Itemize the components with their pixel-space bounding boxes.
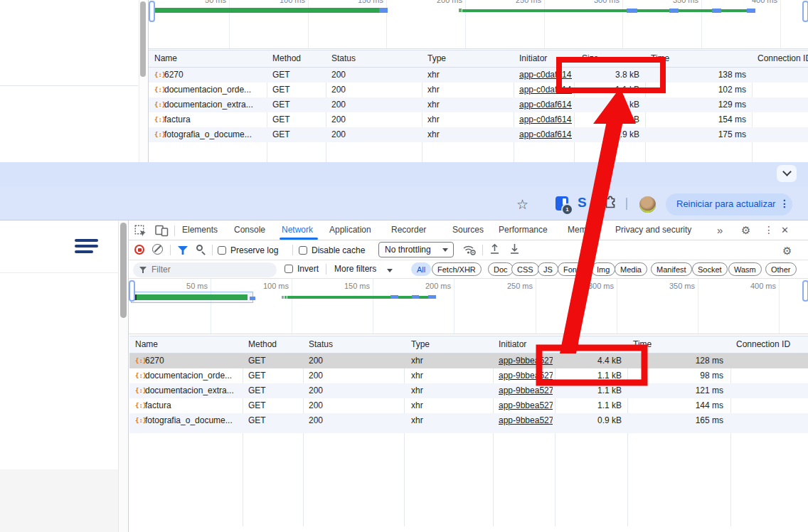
timeline-tick: 400 ms <box>728 0 777 4</box>
network-request-row[interactable]: {:} documentacion_extra... GET 200 xhr a… <box>129 383 808 398</box>
column-header-time[interactable]: Time <box>651 53 669 63</box>
hamburger-menu-icon[interactable] <box>75 239 99 254</box>
tab-network[interactable]: Network <box>282 220 313 240</box>
network-request-row[interactable]: {:} fotografia_o_docume... GET 200 xhr a… <box>149 127 808 142</box>
waterfall-bar <box>155 8 379 13</box>
column-header-size[interactable]: Size <box>582 53 598 63</box>
network-request-row-selected[interactable]: {:} 6270 GET 200 xhr app-9bbea527 4.4 kB… <box>129 353 808 368</box>
preserve-log-label[interactable]: Preserve log <box>230 245 278 255</box>
devtools-settings-gear-icon[interactable]: ⚙ <box>741 220 750 240</box>
record-network-log-button[interactable] <box>134 245 144 255</box>
network-request-row[interactable]: {:} fotografia_o_docume... GET 200 xhr a… <box>129 413 808 428</box>
s-extension-icon[interactable]: S <box>578 195 587 211</box>
column-header-status[interactable]: Status <box>331 53 356 63</box>
overview-handle-left[interactable] <box>129 280 135 302</box>
preserve-log-checkbox[interactable] <box>218 246 226 255</box>
page-scrollbar-thumb[interactable] <box>120 223 127 318</box>
devtools-menu-icon[interactable]: ⋮ <box>764 220 774 240</box>
column-header-initiator[interactable]: Initiator <box>499 339 526 349</box>
column-header-initiator[interactable]: Initiator <box>519 53 547 63</box>
column-header-connection-id[interactable]: Connection ID <box>736 339 790 349</box>
invert-checkbox[interactable] <box>285 265 293 273</box>
update-chrome-button[interactable]: Reiniciar para actualizar ⋮ <box>666 193 792 216</box>
tab-elements[interactable]: Elements <box>182 220 218 240</box>
overview-handle-right[interactable] <box>802 280 808 302</box>
column-header-method[interactable]: Method <box>248 339 277 349</box>
network-conditions-icon[interactable] <box>462 244 477 255</box>
tab-privacy-security[interactable]: Privacy and security <box>615 220 691 240</box>
tab-console[interactable]: Console <box>234 220 265 240</box>
filter-pill-media[interactable]: Media <box>615 262 647 276</box>
filter-pill-wasm[interactable]: Wasm <box>728 262 762 276</box>
filter-input[interactable] <box>133 262 277 277</box>
column-header-size[interactable]: Size <box>562 339 578 349</box>
column-header-type[interactable]: Type <box>427 53 446 63</box>
network-request-row[interactable]: {:} factura GET 200 xhr app-9bbea527 1.1… <box>129 398 808 413</box>
network-settings-gear-icon[interactable]: ⚙ <box>782 245 792 257</box>
column-header-type[interactable]: Type <box>411 339 430 349</box>
filter-pill-font[interactable]: Font <box>558 262 585 276</box>
inspect-element-icon[interactable] <box>134 225 147 237</box>
network-request-row[interactable]: {:} documentacion_orde... GET 200 xhr ap… <box>149 83 808 97</box>
password-extension-icon[interactable]: 1 <box>556 196 568 211</box>
filter-pill-js[interactable]: JS <box>538 262 558 276</box>
column-header-connection-id[interactable]: Connection ID <box>758 53 808 63</box>
more-filters-button[interactable]: More filters <box>334 264 376 274</box>
export-har-icon[interactable] <box>509 243 520 255</box>
waterfall-bar <box>747 9 755 13</box>
table-header[interactable]: Name Method Status Type Initiator Size T… <box>149 50 808 68</box>
overview-handle-left[interactable] <box>149 1 155 22</box>
waterfall-bar <box>669 9 679 13</box>
more-tabs-icon[interactable]: » <box>717 220 723 240</box>
column-header-name[interactable]: Name <box>135 339 158 349</box>
clear-network-log-icon[interactable] <box>152 244 163 255</box>
profile-avatar[interactable] <box>639 196 656 213</box>
notification-collapse-button[interactable] <box>777 165 797 182</box>
network-request-row[interactable]: {:} factura GET 200 xhr app-c0daf614. 1.… <box>149 112 808 127</box>
network-overview-area[interactable]: 50 ms 100 ms 150 ms 200 ms 250 ms 300 ms… <box>129 279 808 334</box>
overview-handle-right[interactable] <box>802 1 808 22</box>
filter-pill-other[interactable]: Other <box>765 262 797 276</box>
browser-menu-icon[interactable]: ⋮ <box>780 198 790 209</box>
filter-pill-socket[interactable]: Socket <box>692 262 728 276</box>
column-header-status[interactable]: Status <box>309 339 333 349</box>
timeline-tick: 150 ms <box>320 282 370 290</box>
disable-cache-checkbox[interactable] <box>299 246 307 255</box>
tab-performance[interactable]: Performance <box>499 220 548 240</box>
filter-pill-all[interactable]: All <box>411 262 431 276</box>
search-icon[interactable] <box>196 245 203 251</box>
filter-pill-doc[interactable]: Doc <box>488 262 514 276</box>
devtools-close-icon[interactable]: ✕ <box>781 220 789 240</box>
tab-recorder[interactable]: Recorder <box>391 220 426 240</box>
network-request-row[interactable]: {:} documentacion_orde... GET 200 xhr ap… <box>129 368 808 383</box>
table-header[interactable]: Name Method Status Type Initiator Size T… <box>129 336 808 353</box>
filter-pill-fetch-xhr[interactable]: Fetch/XHR <box>432 262 482 276</box>
caret-down-icon <box>387 269 393 272</box>
import-har-icon[interactable] <box>489 243 500 255</box>
column-header-time[interactable]: Time <box>633 339 652 349</box>
extensions-puzzle-icon[interactable] <box>602 195 617 211</box>
timeline-tick: 50 ms <box>176 0 226 4</box>
tab-sources[interactable]: Sources <box>452 220 484 240</box>
page-footer-area <box>0 469 118 532</box>
filter-pill-img[interactable]: Img <box>591 262 615 276</box>
filter-pill-manifest[interactable]: Manifest <box>651 262 692 276</box>
tab-memory[interactable]: Memory <box>568 220 598 240</box>
network-request-row[interactable]: {:} documentacion_extra... GET 200 xhr a… <box>149 97 808 112</box>
tab-application[interactable]: Application <box>329 220 371 240</box>
throttling-select[interactable]: No throttling <box>378 242 454 257</box>
filter-pill-css[interactable]: CSS <box>511 262 539 276</box>
timeline-tick: 100 ms <box>239 282 289 290</box>
top-page-scrollbar-thumb[interactable] <box>140 1 146 77</box>
invert-label[interactable]: Invert <box>297 264 319 274</box>
column-header-method[interactable]: Method <box>272 53 301 63</box>
filter-text-field[interactable] <box>150 264 274 275</box>
disable-cache-label[interactable]: Disable cache <box>312 245 365 255</box>
device-toolbar-icon[interactable] <box>155 225 169 237</box>
top-waterfall-area[interactable]: 50 ms 100 ms 150 ms 200 ms 250 ms 300 ms… <box>149 0 808 49</box>
waterfall-bar <box>459 9 462 12</box>
column-header-name[interactable]: Name <box>154 53 177 63</box>
timeline-tick: 200 ms <box>401 282 451 290</box>
network-request-row[interactable]: {:} 6270 GET 200 xhr app-c0daf614. 3.8 k… <box>149 68 808 83</box>
bookmark-star-icon[interactable]: ☆ <box>516 196 528 213</box>
